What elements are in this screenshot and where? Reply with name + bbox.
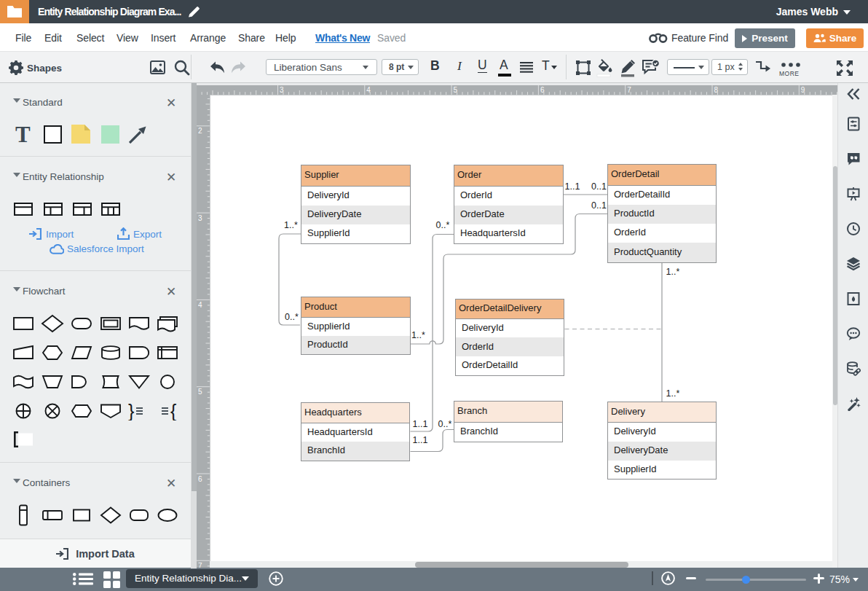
svg-text:}: } (128, 402, 134, 420)
svg-text:2: 2 (198, 127, 202, 135)
svg-text:5: 5 (198, 388, 202, 396)
svg-text:4: 4 (366, 86, 371, 94)
svg-text:6: 6 (540, 86, 545, 94)
svg-text:5: 5 (454, 86, 458, 94)
svg-text:3: 3 (198, 214, 202, 222)
svg-text:6: 6 (198, 475, 202, 483)
svg-text:4: 4 (198, 301, 202, 309)
svg-text:9: 9 (801, 86, 805, 94)
svg-text:{: { (170, 402, 176, 420)
svg-text:3: 3 (280, 86, 284, 94)
svg-text:8: 8 (714, 86, 719, 94)
svg-text:7: 7 (627, 86, 631, 94)
